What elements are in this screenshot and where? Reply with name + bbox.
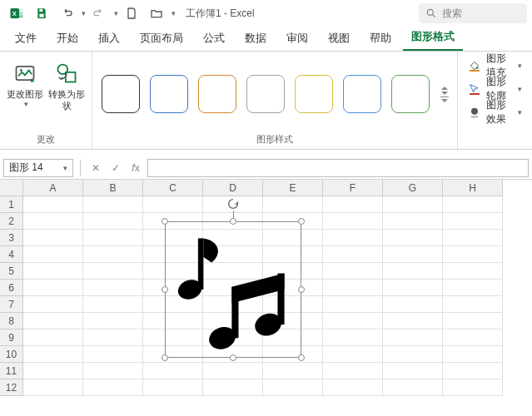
cell[interactable] (83, 363, 143, 379)
cell[interactable] (83, 230, 143, 246)
cell[interactable] (323, 329, 383, 346)
cell[interactable] (383, 246, 443, 263)
col-F[interactable]: F (323, 180, 383, 196)
graphic-effects-button[interactable]: 图形效果 ▾ (465, 103, 525, 121)
cell[interactable] (83, 379, 143, 396)
cell[interactable] (143, 379, 203, 396)
cell[interactable] (143, 363, 203, 379)
resize-handle-l[interactable] (162, 286, 168, 293)
cell[interactable] (443, 313, 503, 329)
new-file-button[interactable] (120, 2, 143, 25)
cell[interactable] (203, 363, 263, 379)
cell[interactable] (383, 230, 443, 246)
select-all-corner[interactable] (0, 180, 23, 196)
cell[interactable] (383, 196, 443, 213)
tab-graphic-format[interactable]: 图形格式 (403, 24, 463, 51)
qat-customize-icon[interactable]: ▾ (172, 9, 176, 17)
col-D[interactable]: D (203, 180, 263, 196)
row-6[interactable]: 6 (0, 280, 23, 296)
cell[interactable] (263, 196, 323, 213)
col-E[interactable]: E (263, 180, 323, 196)
row-8[interactable]: 8 (0, 313, 23, 329)
cell[interactable] (323, 230, 383, 246)
resize-handle-r[interactable] (298, 286, 305, 293)
cell[interactable] (23, 230, 83, 246)
tab-review[interactable]: 审阅 (278, 26, 316, 51)
graphic-outline-button[interactable]: 图形轮廓 ▾ (465, 80, 525, 98)
resize-handle-t[interactable] (230, 218, 236, 225)
style-swatch-2[interactable] (150, 75, 188, 113)
cell[interactable] (383, 379, 443, 396)
row-5[interactable]: 5 (0, 263, 23, 280)
cell[interactable] (263, 363, 323, 379)
resize-handle-tl[interactable] (162, 218, 168, 225)
tab-view[interactable]: 视图 (320, 26, 358, 51)
tab-data[interactable]: 数据 (236, 26, 275, 51)
cell[interactable] (83, 329, 143, 346)
cell[interactable] (23, 280, 83, 296)
cell[interactable] (83, 346, 143, 363)
convert-to-shape-button[interactable]: 转换为形状 (48, 57, 85, 121)
search-box[interactable]: 搜索 (419, 3, 527, 23)
cell[interactable] (83, 280, 143, 296)
cell[interactable] (323, 363, 383, 379)
styles-gallery-expand[interactable] (439, 75, 450, 113)
cell[interactable] (383, 296, 443, 313)
col-H[interactable]: H (443, 180, 503, 196)
cancel-button[interactable]: ✕ (87, 162, 104, 174)
cell[interactable] (443, 329, 503, 346)
cell[interactable] (83, 296, 143, 313)
cell[interactable] (83, 213, 143, 230)
tab-file[interactable]: 文件 (7, 26, 45, 51)
row-10[interactable]: 10 (0, 346, 23, 363)
change-graphic-button[interactable]: 更改图形 ▾ (7, 57, 43, 121)
cell[interactable] (383, 363, 443, 379)
cell[interactable] (383, 313, 443, 329)
style-swatch-4[interactable] (246, 75, 285, 113)
row-2[interactable]: 2 (0, 213, 23, 230)
cell[interactable] (23, 313, 83, 329)
tab-insert[interactable]: 插入 (90, 26, 128, 51)
cell[interactable] (443, 363, 503, 379)
cell[interactable] (323, 346, 383, 363)
cell[interactable] (383, 280, 443, 296)
col-A[interactable]: A (23, 180, 83, 196)
tab-home[interactable]: 开始 (48, 26, 87, 51)
cell[interactable] (23, 346, 83, 363)
row-9[interactable]: 9 (0, 329, 23, 346)
cell[interactable] (143, 196, 203, 213)
cell[interactable] (443, 296, 503, 313)
graphic-fill-button[interactable]: 图形填充 ▾ (465, 57, 525, 75)
cell[interactable] (83, 313, 143, 329)
cell[interactable] (323, 313, 383, 329)
cell[interactable] (443, 280, 503, 296)
cell[interactable] (23, 379, 83, 396)
style-swatch-5[interactable] (295, 75, 333, 113)
col-G[interactable]: G (383, 180, 443, 196)
row-11[interactable]: 11 (0, 363, 23, 379)
style-swatch-7[interactable] (391, 75, 430, 113)
row-4[interactable]: 4 (0, 246, 23, 263)
tab-page-layout[interactable]: 页面布局 (132, 26, 191, 51)
cell[interactable] (83, 246, 143, 263)
rotate-handle[interactable] (226, 197, 240, 210)
cell[interactable] (323, 263, 383, 280)
cell[interactable] (443, 196, 503, 213)
tab-help[interactable]: 帮助 (361, 26, 400, 51)
cell[interactable] (443, 246, 503, 263)
tab-formulas[interactable]: 公式 (195, 26, 233, 51)
name-box[interactable]: 图形 14 ▾ (3, 159, 73, 177)
redo-button[interactable] (87, 2, 111, 25)
undo-button[interactable] (55, 2, 78, 25)
cell[interactable] (443, 230, 503, 246)
cell[interactable] (383, 213, 443, 230)
excel-app-icon[interactable]: X (5, 2, 28, 25)
resize-handle-tr[interactable] (298, 218, 305, 225)
cell[interactable] (443, 213, 503, 230)
cell[interactable] (383, 263, 443, 280)
cell[interactable] (23, 263, 83, 280)
row-12[interactable]: 12 (0, 379, 23, 396)
cell[interactable] (83, 263, 143, 280)
cell[interactable] (443, 346, 503, 363)
cell[interactable] (323, 213, 383, 230)
